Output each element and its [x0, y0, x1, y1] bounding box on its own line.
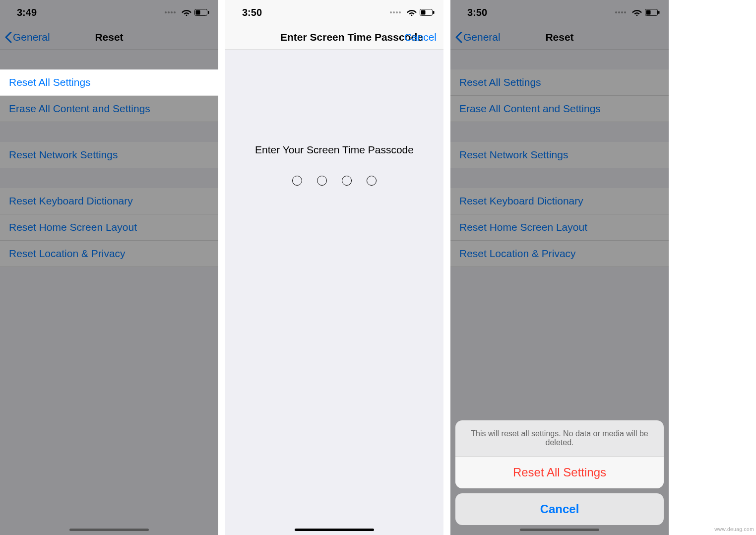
nav-bar: General Reset [0, 25, 218, 50]
status-time: 3:50 [467, 7, 487, 18]
svg-rect-7 [646, 10, 651, 15]
passcode-dot [292, 176, 302, 186]
reset-keyboard-row[interactable]: Reset Keyboard Dictionary [0, 188, 218, 214]
reset-keyboard-row[interactable]: Reset Keyboard Dictionary [450, 188, 669, 214]
cellular-icon [165, 11, 176, 13]
cellular-icon [615, 11, 626, 13]
passcode-input[interactable] [225, 176, 443, 186]
chevron-left-icon [5, 32, 12, 43]
battery-icon [645, 9, 660, 16]
cancel-button[interactable]: Cancel [404, 31, 437, 43]
status-time: 3:49 [17, 7, 37, 18]
status-time: 3:50 [242, 7, 262, 18]
reset-all-settings-row[interactable]: Reset All Settings [0, 69, 218, 96]
home-indicator [295, 529, 374, 531]
passcode-dot [367, 176, 377, 186]
screen-passcode: 3:50 Enter Screen Time Passcode Cancel E… [225, 0, 443, 535]
back-label: General [13, 31, 50, 43]
battery-icon [194, 9, 209, 16]
wifi-icon [632, 9, 642, 16]
status-bar: 3:50 [225, 0, 443, 25]
back-button[interactable]: General [450, 31, 501, 43]
svg-rect-1 [196, 10, 200, 15]
battery-icon [420, 9, 435, 16]
passcode-dot [317, 176, 327, 186]
erase-all-content-row[interactable]: Erase All Content and Settings [0, 96, 218, 122]
erase-all-content-row[interactable]: Erase All Content and Settings [450, 96, 669, 122]
svg-rect-5 [433, 11, 435, 14]
screen-reset-confirm: 3:50 General Reset Reset All Settings Er… [450, 0, 669, 535]
svg-rect-8 [658, 11, 660, 14]
nav-bar: Enter Screen Time Passcode Cancel [225, 25, 443, 50]
passcode-prompt: Enter Your Screen Time Passcode [225, 144, 443, 156]
confirm-reset-button[interactable]: Reset All Settings [455, 457, 664, 488]
back-button[interactable]: General [0, 31, 50, 43]
reset-network-row[interactable]: Reset Network Settings [0, 142, 218, 168]
home-indicator [69, 529, 149, 531]
cellular-icon [390, 11, 401, 13]
wifi-icon [407, 9, 417, 16]
svg-rect-2 [208, 11, 209, 14]
status-bar: 3:49 [0, 0, 218, 25]
passcode-dot [342, 176, 352, 186]
watermark: www.deuag.com [714, 527, 754, 532]
wifi-icon [182, 9, 191, 16]
chevron-left-icon [455, 32, 462, 43]
nav-bar: General Reset [450, 25, 669, 50]
cancel-button[interactable]: Cancel [455, 493, 664, 525]
reset-location-row[interactable]: Reset Location & Privacy [450, 241, 669, 267]
home-indicator [520, 529, 599, 531]
reset-location-row[interactable]: Reset Location & Privacy [0, 241, 218, 267]
reset-all-settings-row[interactable]: Reset All Settings [450, 69, 669, 96]
reset-home-row[interactable]: Reset Home Screen Layout [450, 214, 669, 241]
back-label: General [463, 31, 501, 43]
status-bar: 3:50 [450, 0, 669, 25]
screen-reset-list-dimmed: 3:49 General Reset Reset All Settings Er… [0, 0, 218, 535]
reset-network-row[interactable]: Reset Network Settings [450, 142, 669, 168]
svg-rect-4 [421, 10, 426, 15]
sheet-message: This will reset all settings. No data or… [455, 420, 664, 457]
reset-home-row[interactable]: Reset Home Screen Layout [0, 214, 218, 241]
action-sheet: This will reset all settings. No data or… [455, 420, 664, 525]
